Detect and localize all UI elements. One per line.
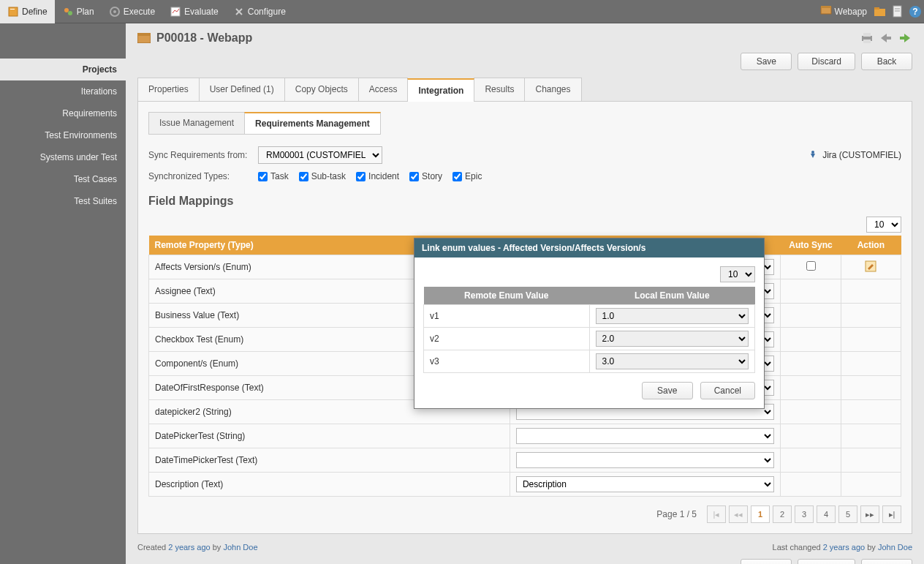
sidebar-item-test-cases[interactable]: Test Cases bbox=[0, 168, 126, 190]
local-enum-select[interactable]: 2.0 bbox=[596, 331, 749, 347]
toolbar-execute[interactable]: Execute bbox=[102, 0, 162, 23]
toolbar-define[interactable]: Define bbox=[0, 0, 55, 23]
sidebar-item-test-suites[interactable]: Test Suites bbox=[0, 190, 126, 212]
pagination: Page 1 / 5 |◂ ◂◂ 1 2 3 4 5 ▸▸ ▸| bbox=[148, 505, 901, 523]
cell-action bbox=[841, 400, 901, 424]
chk-story-input[interactable] bbox=[409, 172, 419, 181]
toolbar-plan[interactable]: Plan bbox=[55, 0, 102, 23]
changed-user-link[interactable]: John Doe bbox=[878, 543, 912, 552]
tab-properties[interactable]: Properties bbox=[137, 78, 200, 101]
cell-autosync bbox=[781, 448, 841, 473]
print-icon[interactable] bbox=[860, 31, 874, 45]
tab-results[interactable]: Results bbox=[474, 78, 525, 101]
chk-story[interactable]: Story bbox=[409, 171, 442, 181]
page-4[interactable]: 4 bbox=[817, 505, 836, 523]
discard-button-footer[interactable]: Discard bbox=[798, 559, 855, 564]
folder-icon[interactable] bbox=[873, 4, 887, 19]
page-5[interactable]: 5 bbox=[838, 505, 857, 523]
page-1[interactable]: 1 bbox=[751, 505, 770, 523]
enum-row: v33.0 bbox=[424, 350, 755, 373]
discard-button[interactable]: Discard bbox=[798, 53, 855, 70]
local-property-select[interactable] bbox=[516, 452, 774, 468]
subtab-issue-management[interactable]: Issue Management bbox=[148, 112, 245, 135]
chk-task-input[interactable] bbox=[258, 172, 268, 181]
header-button-row: Save Discard Back bbox=[137, 53, 912, 70]
nav-forward-icon[interactable] bbox=[898, 31, 912, 45]
page-prev[interactable]: ◂◂ bbox=[729, 505, 748, 523]
local-enum-select[interactable]: 1.0 bbox=[596, 308, 749, 324]
page-header: P00018 - Webapp bbox=[137, 31, 912, 45]
integration-subtabs: Issue Management Requirements Management bbox=[148, 112, 901, 135]
chk-subtask-input[interactable] bbox=[299, 172, 308, 181]
tab-copy-objects[interactable]: Copy Objects bbox=[284, 78, 359, 101]
dialog-page-size[interactable]: 10 bbox=[720, 266, 755, 282]
page-3[interactable]: 3 bbox=[795, 505, 814, 523]
svg-point-5 bbox=[113, 10, 116, 13]
cell-remote-enum: v3 bbox=[424, 350, 590, 373]
cell-local-enum: 2.0 bbox=[589, 328, 755, 350]
document-icon[interactable] bbox=[890, 4, 905, 19]
toolbar-webapp[interactable]: Webapp bbox=[816, 5, 871, 18]
cell-action bbox=[841, 448, 901, 473]
edit-icon[interactable] bbox=[865, 260, 876, 272]
local-enum-select[interactable]: 3.0 bbox=[596, 353, 749, 369]
svg-rect-19 bbox=[863, 33, 871, 37]
back-button-footer[interactable]: Back bbox=[861, 559, 912, 564]
page-2[interactable]: 2 bbox=[773, 505, 792, 523]
local-property-select[interactable]: Description bbox=[516, 476, 774, 492]
cell-autosync bbox=[781, 473, 841, 497]
chk-incident[interactable]: Incident bbox=[356, 171, 399, 181]
enum-row: v11.0 bbox=[424, 305, 755, 328]
tab-access[interactable]: Access bbox=[358, 78, 409, 101]
back-button[interactable]: Back bbox=[861, 53, 912, 70]
sidebar-item-iterations[interactable]: Iterations bbox=[0, 80, 126, 102]
chk-story-label: Story bbox=[422, 171, 442, 181]
svg-rect-16 bbox=[137, 35, 151, 43]
save-button-footer[interactable]: Save bbox=[741, 559, 792, 564]
changed-time-link[interactable]: 2 years ago bbox=[823, 543, 865, 552]
save-button[interactable]: Save bbox=[741, 53, 792, 70]
cell-local: Description bbox=[510, 473, 780, 497]
cell-action bbox=[841, 328, 901, 352]
fm-page-size[interactable]: 10 bbox=[866, 217, 901, 233]
tab-user-defined[interactable]: User Defined (1) bbox=[199, 78, 285, 101]
enum-table: Remote Enum Value Local Enum Value v11.0… bbox=[423, 287, 755, 373]
box-icon bbox=[820, 5, 832, 18]
dialog-save-button[interactable]: Save bbox=[642, 382, 693, 399]
toolbar-evaluate[interactable]: Evaluate bbox=[162, 0, 226, 23]
sidebar-item-requirements[interactable]: Requirements bbox=[0, 102, 126, 124]
cell-autosync bbox=[781, 376, 841, 400]
autosync-checkbox[interactable] bbox=[806, 261, 816, 271]
cell-remote-enum: v2 bbox=[424, 328, 590, 350]
field-mappings-title: Field Mappings bbox=[148, 195, 901, 208]
tab-changes[interactable]: Changes bbox=[524, 78, 581, 101]
toolbar-configure[interactable]: Configure bbox=[226, 0, 293, 23]
page-last[interactable]: ▸| bbox=[882, 505, 901, 523]
sidebar-item-test-environments[interactable]: Test Environments bbox=[0, 124, 126, 146]
sidebar-item-systems-under-test[interactable]: Systems under Test bbox=[0, 146, 126, 168]
cell-action bbox=[841, 473, 901, 497]
created-time-link[interactable]: 2 years ago bbox=[168, 543, 210, 552]
subtab-requirements-management[interactable]: Requirements Management bbox=[244, 112, 381, 135]
chk-epic-input[interactable] bbox=[452, 172, 462, 181]
chk-subtask[interactable]: Sub-task bbox=[299, 171, 346, 181]
tab-integration[interactable]: Integration bbox=[407, 78, 474, 102]
chk-task[interactable]: Task bbox=[258, 171, 289, 181]
nav-back-icon[interactable] bbox=[879, 31, 893, 45]
page-next[interactable]: ▸▸ bbox=[860, 505, 879, 523]
project-box-icon bbox=[137, 33, 151, 43]
table-row: Description (Text)Description bbox=[149, 473, 901, 497]
page-first[interactable]: |◂ bbox=[707, 505, 726, 523]
sidebar-item-projects[interactable]: Projects bbox=[0, 59, 126, 80]
chk-incident-input[interactable] bbox=[356, 172, 366, 181]
footer-button-row: Save Discard Back bbox=[137, 559, 912, 564]
cell-action bbox=[841, 424, 901, 448]
created-user-link[interactable]: John Doe bbox=[223, 543, 257, 552]
local-property-select[interactable] bbox=[516, 428, 774, 444]
svg-rect-17 bbox=[137, 33, 151, 36]
sync-from-select[interactable]: RM00001 (CUSTOMFIEL bbox=[258, 146, 382, 164]
dialog-cancel-button[interactable]: Cancel bbox=[700, 382, 755, 399]
help-icon[interactable]: ? bbox=[908, 4, 923, 19]
chk-epic[interactable]: Epic bbox=[452, 171, 482, 181]
cell-autosync bbox=[781, 255, 841, 279]
